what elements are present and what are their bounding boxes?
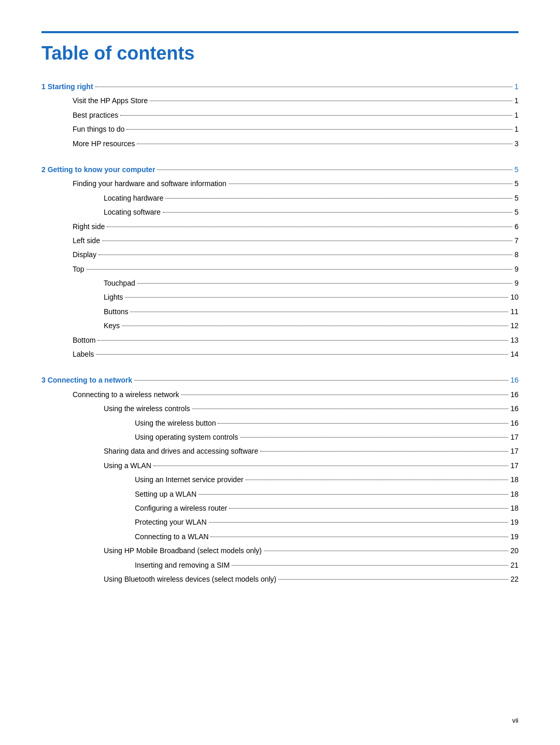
toc-entry[interactable]: Setting up a WLAN18 [41, 488, 519, 500]
toc-entry[interactable]: 1 Starting right1 [41, 81, 519, 92]
toc-section-3: 3 Connecting to a network16Connecting to… [41, 374, 519, 585]
entry-dots [130, 312, 508, 312]
entry-page-number: 10 [510, 291, 519, 303]
toc-entry[interactable]: More HP resources3 [41, 138, 519, 149]
entry-dots [229, 508, 508, 509]
entry-page-number: 5 [514, 178, 519, 189]
entry-page-number: 19 [510, 516, 519, 528]
toc-entry[interactable]: Display8 [41, 249, 519, 260]
toc-entry[interactable]: Configuring a wireless router18 [41, 502, 519, 514]
entry-page-number: 6 [514, 221, 519, 232]
entry-dots [95, 87, 513, 87]
entry-dots [181, 395, 508, 395]
entry-dots [240, 437, 508, 438]
entry-dots [87, 269, 513, 270]
entry-dots [134, 380, 508, 381]
toc-entry[interactable]: Inserting and removing a SIM21 [41, 559, 519, 571]
entry-page-number: 11 [510, 306, 519, 317]
entry-page-number: 16 [510, 374, 519, 386]
entry-text: 1 Starting right [41, 81, 93, 92]
entry-text: Locating software [104, 206, 161, 218]
toc-entry[interactable]: Protecting your WLAN19 [41, 516, 519, 528]
entry-text: Touchpad [104, 277, 135, 289]
entry-dots [245, 480, 508, 480]
entry-text: Using the wireless controls [104, 403, 190, 414]
entry-dots [211, 537, 508, 537]
entry-page-number: 12 [510, 320, 519, 331]
entry-page-number: 5 [514, 192, 519, 204]
toc-entry[interactable]: Sharing data and drives and accessing so… [41, 445, 519, 457]
entry-page-number: 1 [514, 123, 519, 135]
toc-entry[interactable]: Buttons11 [41, 306, 519, 317]
toc-entry[interactable]: 3 Connecting to a network16 [41, 374, 519, 386]
toc-entry[interactable]: Visit the HP Apps Store1 [41, 95, 519, 106]
toc-entry[interactable]: Using the wireless button16 [41, 417, 519, 429]
toc-entry[interactable]: Using an Internet service provider18 [41, 474, 519, 485]
entry-text: Using operating system controls [135, 431, 238, 443]
toc-entry[interactable]: Connecting to a wireless network16 [41, 389, 519, 400]
entry-text: Lights [104, 291, 123, 303]
entry-page-number: 16 [510, 403, 519, 414]
entry-dots [99, 255, 512, 255]
toc-entry[interactable]: Using a WLAN17 [41, 460, 519, 471]
entry-dots [278, 579, 508, 580]
entry-page-number: 19 [510, 531, 519, 542]
toc-entry[interactable]: Top9 [41, 263, 519, 275]
entry-text: Locating hardware [104, 192, 163, 204]
toc-entry[interactable]: Best practices1 [41, 109, 519, 121]
entry-page-number: 18 [510, 502, 519, 514]
entry-dots [102, 241, 512, 241]
toc-entry[interactable]: Left side7 [41, 235, 519, 246]
entry-text: Connecting to a wireless network [73, 389, 179, 400]
entry-page-number: 13 [510, 334, 519, 346]
entry-dots [157, 170, 512, 170]
entry-text: Display [73, 249, 96, 260]
entry-dots [150, 101, 512, 101]
entry-dots [229, 184, 513, 184]
entry-text: Fun things to do [73, 123, 124, 135]
entry-dots [260, 451, 508, 452]
toc-entry[interactable]: Using Bluetooth wireless devices (select… [41, 573, 519, 585]
toc-entry[interactable]: Right side6 [41, 221, 519, 232]
entry-text: More HP resources [73, 138, 135, 149]
toc-entry[interactable]: 2 Getting to know your computer5 [41, 164, 519, 175]
entry-dots [165, 198, 512, 199]
toc-entry[interactable]: Connecting to a WLAN19 [41, 531, 519, 542]
entry-dots [97, 340, 508, 341]
entry-page-number: 5 [514, 206, 519, 218]
entry-page-number: 17 [510, 431, 519, 443]
entry-page-number: 14 [510, 348, 519, 360]
entry-dots [264, 551, 509, 551]
entry-text: Using a WLAN [104, 460, 151, 471]
entry-text: Left side [73, 235, 100, 246]
toc-entry[interactable]: Bottom13 [41, 334, 519, 346]
toc-entry[interactable]: Touchpad9 [41, 277, 519, 289]
toc-entry[interactable]: Labels14 [41, 348, 519, 360]
toc-entry[interactable]: Using the wireless controls16 [41, 403, 519, 414]
entry-text: Protecting your WLAN [135, 516, 207, 528]
entry-page-number: 9 [514, 277, 519, 289]
entry-page-number: 18 [510, 474, 519, 485]
entry-text: Labels [73, 348, 94, 360]
entry-dots [218, 423, 508, 424]
entry-text: Using Bluetooth wireless devices (select… [104, 573, 276, 585]
entry-page-number: 1 [514, 81, 519, 92]
entry-page-number: 9 [514, 263, 519, 275]
entry-dots [153, 466, 509, 466]
entry-text: Using an Internet service provider [135, 474, 243, 485]
entry-page-number: 1 [514, 109, 519, 121]
entry-text: 3 Connecting to a network [41, 374, 132, 386]
entry-dots [96, 354, 508, 355]
toc-entry[interactable]: Fun things to do1 [41, 123, 519, 135]
entry-text: Sharing data and drives and accessing so… [104, 445, 258, 457]
toc-entry[interactable]: Locating software5 [41, 206, 519, 218]
toc-entry[interactable]: Keys12 [41, 320, 519, 331]
toc-entry[interactable]: Using HP Mobile Broadband (select models… [41, 545, 519, 556]
entry-dots [163, 212, 512, 213]
entry-text: Setting up a WLAN [135, 488, 197, 500]
entry-text: Buttons [104, 306, 128, 317]
toc-entry[interactable]: Finding your hardware and software infor… [41, 178, 519, 189]
toc-entry[interactable]: Locating hardware5 [41, 192, 519, 204]
toc-entry[interactable]: Lights10 [41, 291, 519, 303]
toc-entry[interactable]: Using operating system controls17 [41, 431, 519, 443]
